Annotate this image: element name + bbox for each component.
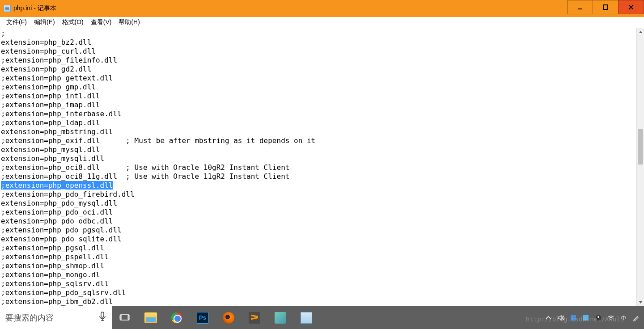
editor-line: ;extension=php_gmp.dll: [1, 83, 636, 92]
search-placeholder-text: 要搜索的内容: [5, 312, 54, 323]
editor-line: ;extension=php_exif.dll ; Must be after …: [1, 136, 636, 145]
firefox-icon[interactable]: [216, 306, 242, 329]
scroll-down-arrow[interactable]: [637, 299, 644, 306]
editor-line: extension=php_pdo_odbc.dll: [1, 217, 636, 226]
maximize-button[interactable]: [593, 0, 619, 14]
tray-app-icon-1[interactable]: [569, 313, 578, 322]
editor-line: ;extension=php_pgsql.dll: [1, 244, 636, 253]
editor-line: extension=php_curl.dll: [1, 47, 636, 56]
title-bar[interactable]: php.ini - 记事本: [0, 0, 644, 17]
editor-line: ;extension=php_intl.dll: [1, 92, 636, 101]
tray-up-icon[interactable]: [544, 313, 553, 322]
editor-line: ;extension=php_mongo.dl: [1, 270, 636, 279]
task-view-icon[interactable]: [112, 306, 138, 329]
editor-line: ;extension=php_gettext.dll: [1, 74, 636, 83]
taskbar: 要搜索的内容 Ps 中: [0, 306, 644, 329]
chrome-icon[interactable]: [164, 306, 190, 329]
editor-area: ;extension=php_bz2.dllextension=php_curl…: [0, 28, 644, 306]
menu-format[interactable]: 格式(O): [59, 17, 87, 27]
notepad-icon: [4, 5, 11, 12]
editor-line: ;extension=php_openssl.dll: [1, 181, 636, 190]
menu-edit[interactable]: 编辑(E): [30, 17, 59, 27]
editor-line: extension=php_gd2.dll: [1, 65, 636, 74]
system-tray: 中: [544, 306, 644, 329]
sublime-icon[interactable]: [242, 306, 267, 329]
editor-line: extension=php_mbstring.dll: [1, 127, 636, 136]
photoshop-icon[interactable]: Ps: [190, 306, 216, 329]
wifi-icon[interactable]: [606, 313, 615, 322]
editor-line: extension=php_pdo_mysql.dll: [1, 199, 636, 208]
editor-line: ;extension=php_pdo_firebird.dll: [1, 190, 636, 199]
vertical-scrollbar[interactable]: [636, 28, 644, 306]
menu-view[interactable]: 查看(V): [87, 17, 115, 27]
editor-line: ;extension=php_oci8.dll ; Use with Oracl…: [1, 163, 636, 172]
svg-rect-0: [578, 8, 582, 9]
notepad-task-icon[interactable]: [293, 306, 319, 329]
editor-line: extension=php_mysql.dll: [1, 145, 636, 154]
tray-app-icon-2[interactable]: [581, 313, 590, 322]
editor-line: extension=php_mysqli.dll: [1, 154, 636, 163]
text-editor[interactable]: ;extension=php_bz2.dllextension=php_curl…: [0, 28, 636, 306]
editor-line: ;extension=php_ldap.dll: [1, 118, 636, 127]
selected-text: ;extension=php_openssl.dll: [1, 181, 113, 190]
editor-line: ;extension=php_sqlsrv.dll: [1, 279, 636, 288]
editor-line: ;extension=php_pdo_pgsql.dll: [1, 226, 636, 235]
editor-line: ;extension=php_fileinfo.dll: [1, 56, 636, 65]
taskbar-icons: Ps: [112, 306, 319, 329]
scroll-thumb[interactable]: [638, 129, 643, 164]
editor-line: ;extension=php_pspell.dll: [1, 253, 636, 262]
scroll-up-arrow[interactable]: [637, 28, 644, 36]
taskbar-search[interactable]: 要搜索的内容: [0, 306, 112, 329]
editor-line: extension=php_bz2.dll: [1, 38, 636, 47]
svg-text:中: 中: [621, 315, 626, 321]
pen-icon[interactable]: [631, 313, 640, 322]
svg-rect-7: [583, 315, 589, 321]
menu-bar: 文件(F) 编辑(E) 格式(O) 查看(V) 帮助(H): [0, 17, 644, 28]
editor-line: ;extension=php_pdo_oci.dll: [1, 208, 636, 217]
minimize-button[interactable]: [567, 0, 593, 14]
menu-file[interactable]: 文件(F): [3, 17, 30, 27]
window-title: php.ini - 记事本: [13, 4, 56, 13]
close-button[interactable]: [618, 0, 644, 14]
ime-icon[interactable]: 中: [619, 313, 628, 322]
svg-point-9: [597, 316, 599, 318]
window-controls: [568, 0, 644, 17]
svg-rect-6: [571, 315, 576, 321]
editor-line: ;extension=php_oci8_11g.dll ; Use with O…: [1, 172, 636, 181]
microphone-icon[interactable]: [98, 311, 106, 324]
editor-line: ;extension=php_ibm_db2.dll: [1, 297, 636, 306]
tray-app-icon-3[interactable]: [594, 313, 603, 322]
editor-line: ;extension=php_pdo_sqlsrv.dll: [1, 288, 636, 297]
editor-line: extension=php_pdo_sqlite.dll: [1, 235, 636, 244]
editor-line: ;extension=php_interbase.dll: [1, 110, 636, 118]
file-explorer-icon[interactable]: [138, 306, 164, 329]
volume-icon[interactable]: [556, 313, 565, 322]
svg-rect-2: [101, 312, 104, 317]
svg-rect-3: [121, 315, 129, 320]
editor-line: ;extension=php_shmop.dll: [1, 262, 636, 270]
app-icon[interactable]: [267, 306, 293, 329]
editor-line: ;extension=php_imap.dll: [1, 101, 636, 110]
menu-help[interactable]: 帮助(H): [115, 17, 143, 27]
svg-rect-1: [603, 5, 608, 9]
editor-line: ;: [1, 29, 636, 38]
